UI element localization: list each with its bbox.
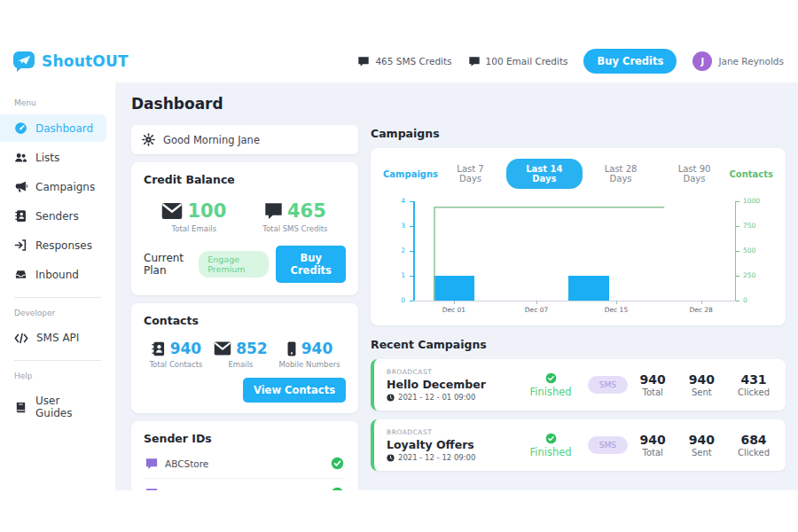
mobile-numbers-stat: 940 Mobile Numbers bbox=[278, 340, 340, 369]
campaign-row[interactable]: BROADCAST Hello December 2021 - 12 - 01 … bbox=[371, 359, 786, 411]
user-name: Jane Reynolds bbox=[718, 56, 784, 66]
sidebar-item-responses[interactable]: Responses bbox=[0, 231, 106, 259]
book-icon bbox=[14, 401, 27, 414]
sender-id-row[interactable]: ABCLoyalty bbox=[144, 479, 346, 490]
right-axis-tick bbox=[736, 276, 739, 277]
sidebar-item-label: SMS API bbox=[36, 332, 79, 344]
users-icon bbox=[14, 151, 27, 164]
x-axis-tick bbox=[536, 301, 537, 304]
plan-badge: Engage Premium bbox=[199, 251, 269, 278]
sender-id-name: ABCLoyalty bbox=[165, 489, 218, 491]
campaign-status-label: Finished bbox=[529, 446, 571, 458]
campaign-sent-value: 940 bbox=[689, 433, 715, 447]
tab-last-14-days[interactable]: Last 14 Days bbox=[506, 159, 583, 189]
contacts-card: Contacts bbox=[131, 303, 358, 413]
inbox-icon bbox=[14, 268, 27, 281]
sidebar-item-label: Inbound bbox=[35, 269, 79, 281]
total-emails-label: Total Emails bbox=[172, 224, 217, 233]
sidebar-item-dashboard[interactable]: Dashboard bbox=[0, 114, 106, 142]
campaigns-chart-plot: 0123402505007501000Dec 01Dec 07Dec 15Dec… bbox=[413, 201, 736, 301]
sidebar-section-developer: Developer bbox=[0, 301, 115, 323]
app-header: ShoutOUT 465 SMS Credits 100 Email Credi… bbox=[0, 40, 798, 82]
emails-stat: 852 Emails bbox=[214, 340, 268, 369]
campaign-sent-label: Sent bbox=[692, 448, 712, 458]
campaign-row[interactable]: BROADCAST Loyalty Offers 2021 - 12 - 12 … bbox=[371, 419, 786, 471]
shoutout-logo-icon bbox=[12, 50, 35, 73]
total-emails-stat: 100 Total Emails bbox=[161, 200, 226, 233]
chat-icon bbox=[145, 488, 158, 491]
megaphone-icon bbox=[14, 180, 27, 193]
sidebar-item-sms-api[interactable]: SMS API bbox=[0, 325, 106, 351]
sender-ids-title: Sender IDs bbox=[144, 432, 346, 445]
campaign-type: BROADCAST bbox=[387, 428, 520, 436]
tab-last-7-days[interactable]: Last 7 Days bbox=[438, 159, 503, 189]
total-contacts-value: 940 bbox=[170, 340, 202, 357]
campaign-status: Finished bbox=[520, 433, 582, 458]
campaign-status: Finished bbox=[520, 372, 582, 398]
x-axis-tick-label: Dec 15 bbox=[602, 307, 630, 314]
right-axis-tick-label: 0 bbox=[743, 297, 747, 304]
campaign-sent-label: Sent bbox=[692, 387, 712, 397]
verified-check-icon bbox=[331, 457, 344, 470]
sidebar-item-campaigns[interactable]: Campaigns bbox=[0, 173, 106, 200]
channel-badge: SMS bbox=[588, 436, 628, 454]
finished-check-icon bbox=[545, 372, 557, 384]
left-axis-tick bbox=[410, 301, 413, 301]
campaign-clicked-stat: 431 Clicked bbox=[738, 372, 770, 397]
campaigns-chart-card: Campaigns Last 7 Days Last 14 Days Last … bbox=[371, 148, 786, 325]
sidebar-section-help: Help bbox=[0, 364, 115, 386]
emails-value: 852 bbox=[236, 340, 268, 357]
verified-check-icon bbox=[331, 487, 344, 490]
view-contacts-button[interactable]: View Contacts bbox=[243, 378, 346, 403]
sms-credits-indicator: 465 SMS Credits bbox=[357, 55, 451, 67]
left-axis-tick-label: 3 bbox=[401, 223, 405, 230]
brand-logo[interactable]: ShoutOUT bbox=[12, 50, 129, 73]
campaign-clicked-value: 431 bbox=[740, 372, 766, 387]
credit-balance-title: Credit Balance bbox=[144, 173, 346, 186]
right-column: Campaigns Campaigns Last 7 Days Last 14 … bbox=[371, 125, 786, 490]
x-axis-tick-label: Dec 07 bbox=[522, 307, 551, 314]
clock-icon bbox=[387, 394, 395, 402]
campaign-clicked-value: 684 bbox=[740, 433, 766, 447]
buy-credits-button[interactable]: Buy Credits bbox=[583, 49, 677, 74]
sidebar-divider bbox=[14, 360, 101, 361]
sidebar-item-label: User Guides bbox=[35, 395, 99, 419]
speedometer-icon bbox=[14, 121, 27, 135]
right-axis-tick-label: 250 bbox=[743, 272, 755, 279]
tab-last-28-days[interactable]: Last 28 Days bbox=[586, 159, 656, 189]
address-book-icon bbox=[14, 209, 27, 223]
right-axis-title: Contacts bbox=[729, 169, 773, 179]
sidebar-item-label: Campaigns bbox=[35, 181, 95, 193]
mobile-numbers-value: 940 bbox=[301, 340, 333, 357]
app: ShoutOUT 465 SMS Credits 100 Email Credi… bbox=[0, 0, 798, 532]
email-credits-label: 100 Email Credits bbox=[486, 56, 568, 66]
chat-icon bbox=[145, 458, 158, 470]
campaign-status-label: Finished bbox=[529, 386, 571, 398]
sidebar-item-lists[interactable]: Lists bbox=[0, 144, 106, 171]
sidebar-item-inbound[interactable]: Inbound bbox=[0, 261, 106, 288]
user-menu[interactable]: J Jane Reynolds bbox=[692, 51, 784, 71]
sender-id-name: ABCStore bbox=[165, 458, 208, 469]
credit-balance-card: Credit Balance 100 Total bbox=[131, 162, 358, 295]
buy-credits-card-button[interactable]: Buy Credits bbox=[276, 246, 346, 283]
greeting-card: Good Morning Jane bbox=[131, 125, 358, 154]
sidebar-item-senders[interactable]: Senders bbox=[0, 202, 106, 230]
campaign-sent-stat: 940 Sent bbox=[689, 433, 715, 458]
code-icon bbox=[14, 332, 28, 344]
right-axis-tick bbox=[736, 201, 739, 202]
channel-badge: SMS bbox=[588, 376, 628, 394]
left-axis-title: Campaigns bbox=[383, 169, 438, 179]
emails-label: Emails bbox=[228, 360, 253, 369]
campaign-total-stat: 940 Total bbox=[640, 372, 666, 397]
x-axis-tick bbox=[454, 301, 455, 304]
sidebar-item-user-guides[interactable]: User Guides bbox=[0, 387, 106, 426]
right-axis-tick-label: 500 bbox=[743, 247, 755, 254]
current-plan-label: Current Plan bbox=[144, 252, 192, 277]
greeting-text: Good Morning Jane bbox=[163, 134, 260, 146]
x-axis-tick bbox=[701, 301, 702, 304]
header-right: 465 SMS Credits 100 Email Credits Buy Cr… bbox=[357, 49, 784, 74]
address-book-icon bbox=[151, 341, 166, 356]
tab-last-90-days[interactable]: Last 90 Days bbox=[660, 159, 730, 189]
right-axis-tick bbox=[736, 301, 739, 301]
sender-id-row[interactable]: ABCStore bbox=[144, 449, 346, 479]
